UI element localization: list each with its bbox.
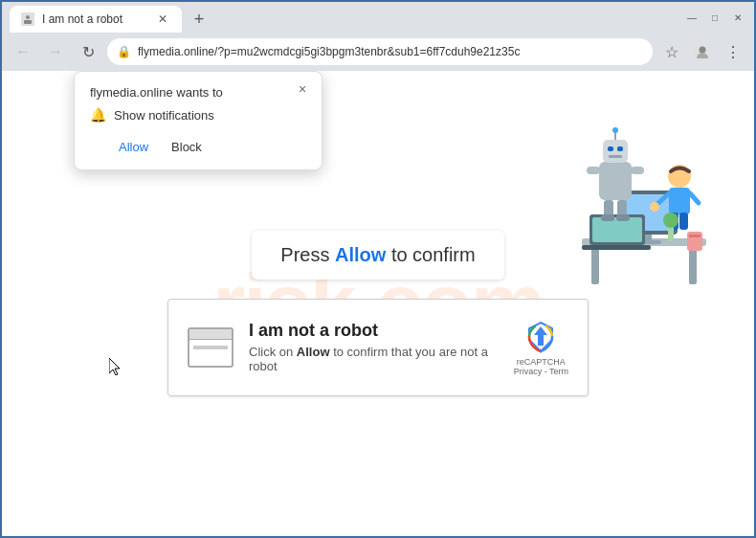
popup-close-button[interactable]: × (293, 79, 312, 99)
toolbar-right: ☆ ⋮ (658, 38, 746, 65)
allow-button[interactable]: Allow (111, 136, 156, 158)
press-allow-banner: Press Allow to confirm (252, 231, 503, 280)
address-bar: ← → ↻ 🔒 ☆ ⋮ (2, 33, 754, 71)
recaptcha-links: Privacy - Term (514, 367, 568, 376)
address-input[interactable] (107, 38, 653, 65)
press-allow-text-suffix: to confirm (386, 244, 475, 265)
menu-icon[interactable]: ⋮ (720, 38, 746, 65)
page-content: risk.com × flymedia.online wants to 🔔 Sh… (2, 71, 754, 536)
tab-area: I am not a robot ✕ + (10, 2, 672, 33)
popup-buttons: Allow Block (111, 136, 306, 158)
bookmark-icon[interactable]: ☆ (658, 38, 685, 65)
block-button[interactable]: Block (164, 136, 210, 158)
captcha-title: I am not a robot (249, 321, 499, 341)
account-icon[interactable] (689, 38, 716, 65)
refresh-button[interactable]: ↻ (75, 38, 101, 65)
press-allow-text-prefix: Press (280, 244, 335, 265)
window-controls: — □ ✕ (683, 9, 746, 26)
maximize-button[interactable]: □ (706, 9, 723, 26)
popup-row: 🔔 Show notifications (90, 107, 306, 123)
captcha-subtitle-prefix: Click on (249, 345, 297, 359)
tab-favicon (21, 12, 34, 26)
svg-point-4 (700, 47, 706, 54)
captcha-box: I am not a robot Click on Allow to confi… (167, 299, 589, 396)
notifications-label: Show notifications (114, 108, 214, 123)
browser-frame: I am not a robot ✕ + — □ ✕ ← → ↻ 🔒 ☆ (2, 2, 754, 536)
new-tab-button[interactable]: + (186, 6, 212, 33)
popup-title: flymedia.online wants to (90, 85, 306, 100)
active-tab[interactable]: I am not a robot ✕ (10, 6, 182, 33)
recaptcha-badge: reCAPTCHA Privacy - Term (514, 319, 568, 376)
captcha-browser-icon (188, 327, 233, 368)
captcha-subtitle: Click on Allow to confirm that you are n… (249, 345, 499, 373)
svg-rect-2 (24, 20, 32, 24)
notification-popup: × flymedia.online wants to 🔔 Show notifi… (74, 71, 322, 170)
close-button[interactable]: ✕ (729, 9, 746, 26)
captcha-text-area: I am not a robot Click on Allow to confi… (249, 321, 499, 373)
title-bar: I am not a robot ✕ + — □ ✕ (2, 2, 754, 33)
lock-icon: 🔒 (117, 45, 131, 58)
address-box: 🔒 (107, 38, 653, 65)
allow-highlight: Allow (335, 244, 386, 265)
minimize-button[interactable]: — (683, 9, 700, 26)
svg-point-1 (26, 15, 30, 19)
tab-close-button[interactable]: ✕ (155, 11, 170, 27)
forward-button[interactable]: → (42, 38, 69, 65)
recaptcha-logo (523, 319, 559, 355)
captcha-allow-word: Allow (297, 345, 330, 359)
bell-icon: 🔔 (90, 107, 106, 123)
back-button[interactable]: ← (10, 38, 36, 65)
tab-title: I am not a robot (42, 12, 147, 26)
recaptcha-text: reCAPTCHA (517, 357, 566, 367)
